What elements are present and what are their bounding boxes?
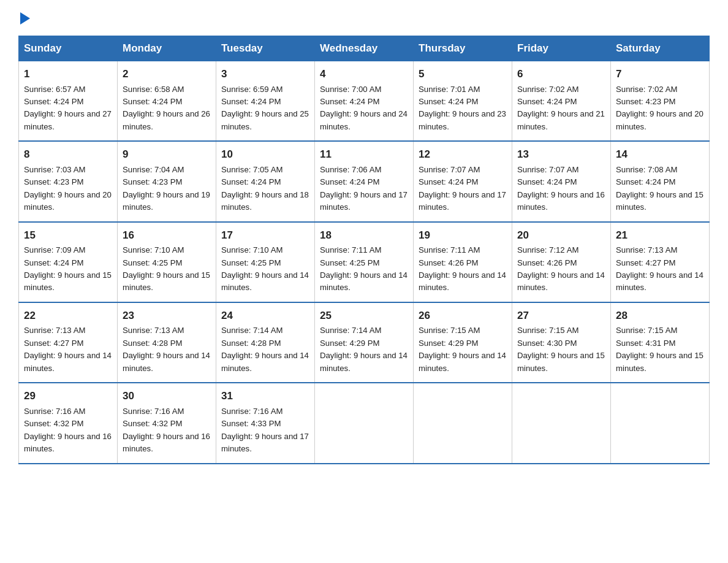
calendar-cell: 22 Sunrise: 7:13 AMSunset: 4:27 PMDaylig… <box>19 302 118 383</box>
calendar-cell: 15 Sunrise: 7:09 AMSunset: 4:24 PMDaylig… <box>19 222 118 302</box>
calendar-cell: 6 Sunrise: 7:02 AMSunset: 4:24 PMDayligh… <box>512 61 611 142</box>
day-number: 9 <box>123 147 211 163</box>
day-info: Sunrise: 7:13 AMSunset: 4:27 PMDaylight:… <box>24 326 112 372</box>
day-info: Sunrise: 7:15 AMSunset: 4:29 PMDaylight:… <box>419 326 506 372</box>
day-header-tuesday: Tuesday <box>216 36 315 61</box>
day-number: 28 <box>616 308 704 324</box>
day-number: 26 <box>419 308 507 324</box>
day-number: 3 <box>221 66 309 82</box>
calendar-cell: 29 Sunrise: 7:16 AMSunset: 4:32 PMDaylig… <box>19 383 118 463</box>
day-info: Sunrise: 7:16 AMSunset: 4:33 PMDaylight:… <box>221 407 309 453</box>
day-info: Sunrise: 7:11 AMSunset: 4:26 PMDaylight:… <box>419 245 506 292</box>
calendar-cell: 10 Sunrise: 7:05 AMSunset: 4:24 PMDaylig… <box>216 141 315 221</box>
day-info: Sunrise: 7:00 AMSunset: 4:24 PMDaylight:… <box>320 85 408 131</box>
calendar-cell: 4 Sunrise: 7:00 AMSunset: 4:24 PMDayligh… <box>315 61 414 142</box>
calendar-header: SundayMondayTuesdayWednesdayThursdayFrid… <box>19 36 710 61</box>
calendar-cell <box>414 383 512 463</box>
calendar-cell: 23 Sunrise: 7:13 AMSunset: 4:28 PMDaylig… <box>118 302 216 383</box>
day-header-wednesday: Wednesday <box>315 36 414 61</box>
day-info: Sunrise: 7:09 AMSunset: 4:24 PMDaylight:… <box>24 245 112 292</box>
day-number: 30 <box>123 388 211 404</box>
day-number: 17 <box>221 228 309 243</box>
day-header-friday: Friday <box>512 36 611 61</box>
day-info: Sunrise: 7:06 AMSunset: 4:24 PMDaylight:… <box>320 165 408 212</box>
calendar-cell: 24 Sunrise: 7:14 AMSunset: 4:28 PMDaylig… <box>216 302 315 383</box>
day-number: 1 <box>24 66 112 82</box>
calendar-cell: 28 Sunrise: 7:15 AMSunset: 4:31 PMDaylig… <box>611 302 710 383</box>
day-info: Sunrise: 7:11 AMSunset: 4:25 PMDaylight:… <box>320 245 408 292</box>
logo <box>18 12 30 25</box>
day-number: 25 <box>320 308 408 324</box>
week-row-5: 29 Sunrise: 7:16 AMSunset: 4:32 PMDaylig… <box>19 383 710 463</box>
day-number: 19 <box>419 228 507 243</box>
day-info: Sunrise: 7:12 AMSunset: 4:26 PMDaylight:… <box>517 245 605 292</box>
calendar-cell: 5 Sunrise: 7:01 AMSunset: 4:24 PMDayligh… <box>414 61 512 142</box>
calendar-cell: 9 Sunrise: 7:04 AMSunset: 4:23 PMDayligh… <box>118 141 216 221</box>
calendar-cell: 11 Sunrise: 7:06 AMSunset: 4:24 PMDaylig… <box>315 141 414 221</box>
day-info: Sunrise: 7:07 AMSunset: 4:24 PMDaylight:… <box>517 165 605 212</box>
day-header-saturday: Saturday <box>611 36 710 61</box>
calendar-cell: 26 Sunrise: 7:15 AMSunset: 4:29 PMDaylig… <box>414 302 512 383</box>
day-number: 4 <box>320 66 408 82</box>
day-info: Sunrise: 7:14 AMSunset: 4:29 PMDaylight:… <box>320 326 408 372</box>
day-number: 21 <box>616 228 704 243</box>
day-info: Sunrise: 7:10 AMSunset: 4:25 PMDaylight:… <box>221 245 309 292</box>
day-header-row: SundayMondayTuesdayWednesdayThursdayFrid… <box>19 36 710 61</box>
day-header-thursday: Thursday <box>414 36 512 61</box>
day-info: Sunrise: 6:58 AMSunset: 4:24 PMDaylight:… <box>123 85 210 131</box>
day-number: 14 <box>616 147 704 163</box>
calendar-cell: 2 Sunrise: 6:58 AMSunset: 4:24 PMDayligh… <box>118 61 216 142</box>
day-number: 6 <box>517 66 605 82</box>
day-number: 5 <box>419 66 507 82</box>
calendar-cell: 3 Sunrise: 6:59 AMSunset: 4:24 PMDayligh… <box>216 61 315 142</box>
logo-arrow-icon <box>20 12 30 25</box>
day-info: Sunrise: 7:16 AMSunset: 4:32 PMDaylight:… <box>123 407 210 453</box>
calendar-cell: 12 Sunrise: 7:07 AMSunset: 4:24 PMDaylig… <box>414 141 512 221</box>
week-row-3: 15 Sunrise: 7:09 AMSunset: 4:24 PMDaylig… <box>19 222 710 302</box>
calendar-cell: 18 Sunrise: 7:11 AMSunset: 4:25 PMDaylig… <box>315 222 414 302</box>
calendar-cell: 21 Sunrise: 7:13 AMSunset: 4:27 PMDaylig… <box>611 222 710 302</box>
day-number: 31 <box>221 388 309 404</box>
day-info: Sunrise: 7:01 AMSunset: 4:24 PMDaylight:… <box>419 85 506 131</box>
week-row-4: 22 Sunrise: 7:13 AMSunset: 4:27 PMDaylig… <box>19 302 710 383</box>
day-number: 16 <box>123 228 211 243</box>
day-number: 29 <box>24 388 112 404</box>
day-number: 22 <box>24 308 112 324</box>
day-header-monday: Monday <box>118 36 216 61</box>
day-number: 20 <box>517 228 605 243</box>
day-info: Sunrise: 7:08 AMSunset: 4:24 PMDaylight:… <box>616 165 703 212</box>
calendar-cell: 17 Sunrise: 7:10 AMSunset: 4:25 PMDaylig… <box>216 222 315 302</box>
day-info: Sunrise: 6:59 AMSunset: 4:24 PMDaylight:… <box>221 85 309 131</box>
day-info: Sunrise: 7:03 AMSunset: 4:23 PMDaylight:… <box>24 165 112 212</box>
calendar-cell: 7 Sunrise: 7:02 AMSunset: 4:23 PMDayligh… <box>611 61 710 142</box>
day-info: Sunrise: 7:15 AMSunset: 4:31 PMDaylight:… <box>616 326 703 372</box>
calendar-cell: 19 Sunrise: 7:11 AMSunset: 4:26 PMDaylig… <box>414 222 512 302</box>
calendar-cell: 27 Sunrise: 7:15 AMSunset: 4:30 PMDaylig… <box>512 302 611 383</box>
day-number: 10 <box>221 147 309 163</box>
calendar-cell <box>315 383 414 463</box>
day-number: 2 <box>123 66 211 82</box>
day-number: 13 <box>517 147 605 163</box>
day-info: Sunrise: 7:02 AMSunset: 4:23 PMDaylight:… <box>616 85 703 131</box>
calendar-cell <box>512 383 611 463</box>
calendar-cell: 8 Sunrise: 7:03 AMSunset: 4:23 PMDayligh… <box>19 141 118 221</box>
day-number: 23 <box>123 308 211 324</box>
calendar-cell: 13 Sunrise: 7:07 AMSunset: 4:24 PMDaylig… <box>512 141 611 221</box>
day-number: 12 <box>419 147 507 163</box>
day-number: 11 <box>320 147 408 163</box>
calendar-cell <box>611 383 710 463</box>
day-info: Sunrise: 7:05 AMSunset: 4:24 PMDaylight:… <box>221 165 309 212</box>
calendar-cell: 25 Sunrise: 7:14 AMSunset: 4:29 PMDaylig… <box>315 302 414 383</box>
day-info: Sunrise: 7:04 AMSunset: 4:23 PMDaylight:… <box>123 165 210 212</box>
calendar-cell: 1 Sunrise: 6:57 AMSunset: 4:24 PMDayligh… <box>19 61 118 142</box>
day-info: Sunrise: 7:13 AMSunset: 4:28 PMDaylight:… <box>123 326 210 372</box>
day-number: 24 <box>221 308 309 324</box>
calendar-table: SundayMondayTuesdayWednesdayThursdayFrid… <box>18 36 710 464</box>
page-header <box>18 12 710 25</box>
calendar-cell: 31 Sunrise: 7:16 AMSunset: 4:33 PMDaylig… <box>216 383 315 463</box>
calendar-cell: 16 Sunrise: 7:10 AMSunset: 4:25 PMDaylig… <box>118 222 216 302</box>
calendar-cell: 14 Sunrise: 7:08 AMSunset: 4:24 PMDaylig… <box>611 141 710 221</box>
day-info: Sunrise: 7:16 AMSunset: 4:32 PMDaylight:… <box>24 407 112 453</box>
day-info: Sunrise: 6:57 AMSunset: 4:24 PMDaylight:… <box>24 85 112 131</box>
calendar-body: 1 Sunrise: 6:57 AMSunset: 4:24 PMDayligh… <box>19 61 710 464</box>
